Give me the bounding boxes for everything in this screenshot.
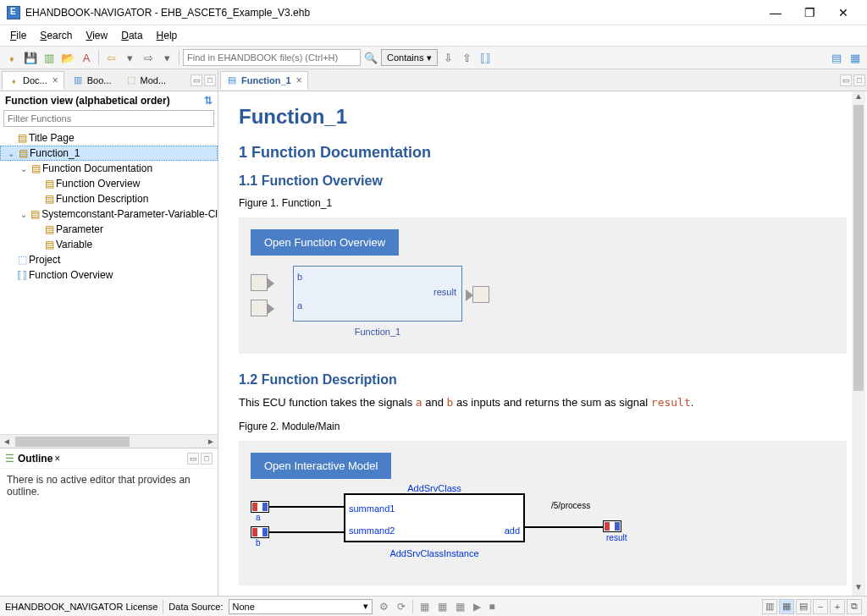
tab-mod[interactable]: ⬚ Mod...: [119, 71, 173, 90]
layout-icon[interactable]: ▦: [779, 599, 794, 614]
tree-item-title-page[interactable]: ▤Title Page: [0, 130, 218, 146]
open-interactive-model-button[interactable]: Open Interactive Model: [251, 453, 391, 479]
tree-item-sysconst[interactable]: ⌄▤Systemconstant-Parameter-Variable-Cl: [0, 206, 218, 222]
separator: [179, 50, 179, 65]
vertical-scrollbar[interactable]: ▲ ▼: [852, 91, 865, 596]
tree-item-func-desc[interactable]: ▤Function Description: [0, 191, 218, 206]
fwd-button[interactable]: ⇨: [140, 49, 157, 66]
tree-item-variable[interactable]: ▤Variable: [0, 237, 218, 252]
addsrvclass-block: AddSrvClass summand1 summand2 add: [344, 493, 525, 542]
editor-tab-function-1[interactable]: ▤ Function_1 ×: [220, 71, 308, 90]
sort-icon[interactable]: ⇅: [204, 95, 213, 107]
minimize-icon[interactable]: ▭: [840, 74, 852, 86]
scroll-thumb[interactable]: [15, 437, 130, 447]
pdf-icon[interactable]: A: [78, 49, 95, 66]
tile-icon[interactable]: ▤: [828, 49, 845, 66]
document-content[interactable]: Function_1 1 Function Documentation 1.1 …: [218, 91, 867, 596]
nav-up-icon[interactable]: ⇧: [458, 49, 475, 66]
tree-icon[interactable]: ⬧: [3, 49, 20, 66]
tab-books[interactable]: ▥ Boo...: [66, 71, 118, 90]
input-port-a: [251, 300, 268, 316]
menu-view[interactable]: View: [79, 28, 114, 43]
data-source-label: Data Source:: [168, 602, 223, 612]
menu-search[interactable]: Search: [33, 28, 79, 43]
layout-icon[interactable]: ▥: [762, 599, 777, 614]
minimize-icon[interactable]: ▭: [191, 74, 202, 86]
menubar: File Search View Data Help: [0, 25, 867, 46]
anchor-icon[interactable]: ⧉: [847, 599, 862, 614]
scroll-down-icon[interactable]: ▼: [854, 582, 863, 596]
play-icon[interactable]: ▶: [472, 601, 483, 613]
plus-icon[interactable]: +: [830, 599, 845, 614]
wire: [269, 531, 344, 533]
search-input[interactable]: [183, 49, 361, 66]
maximize-icon[interactable]: □: [204, 74, 216, 86]
maximize-icon[interactable]: □: [853, 74, 865, 86]
function-view: Function view (alphabetical order) ⇅ ▤Ti…: [0, 91, 218, 448]
db-icon[interactable]: ▦: [418, 601, 431, 613]
close-icon[interactable]: ×: [52, 74, 58, 86]
save-icon[interactable]: 💾: [22, 49, 39, 66]
tree-item-parameter[interactable]: ▤Parameter: [0, 222, 218, 237]
figure-1-box: Open Function Overview b a result Functi…: [239, 217, 847, 354]
panel-controls: ▭ □: [187, 453, 213, 465]
function-tree[interactable]: ▤Title Page ⌄▤Function_1 ⌄▤Function Docu…: [0, 130, 218, 434]
instance-label: AddSrvClassInstance: [344, 548, 525, 558]
minus-icon[interactable]: −: [813, 599, 828, 614]
db-icon[interactable]: ▦: [454, 601, 467, 613]
menu-file[interactable]: File: [3, 28, 33, 43]
close-icon[interactable]: ×: [296, 74, 302, 86]
scroll-right-icon[interactable]: ►: [204, 437, 218, 446]
output-port-result: [472, 286, 489, 303]
perspective-icon[interactable]: ▦: [847, 49, 864, 66]
tree-icon: ⬧: [8, 74, 19, 86]
scroll-up-icon[interactable]: ▲: [854, 91, 863, 105]
back-dd[interactable]: ▾: [121, 49, 138, 66]
editor-tabs: ▤ Function_1 × ▭ □: [218, 69, 867, 91]
minimize-button[interactable]: —: [759, 1, 792, 25]
fwd-dd[interactable]: ▾: [158, 49, 175, 66]
highlight-icon[interactable]: ⟦⟧: [477, 49, 494, 66]
tab-docs[interactable]: ⬧ Doc... ×: [2, 71, 64, 90]
contains-dropdown[interactable]: Contains▾: [381, 49, 438, 66]
separator: [98, 50, 99, 65]
menu-help[interactable]: Help: [150, 28, 185, 43]
open-function-overview-button[interactable]: Open Function Overview: [251, 229, 399, 256]
wire: [525, 526, 603, 528]
scroll-left-icon[interactable]: ◄: [0, 437, 14, 446]
doc-icon: ▤: [226, 74, 238, 86]
editor-area: ▤ Function_1 × ▭ □ Function_1 1 Function…: [218, 69, 867, 596]
panel-controls: ▭ □: [840, 74, 865, 86]
figure-1-caption: Figure 1. Function_1: [239, 197, 847, 209]
scroll-thumb[interactable]: [853, 105, 864, 391]
close-button[interactable]: ✕: [826, 1, 860, 25]
nav-down-icon[interactable]: ⇩: [439, 49, 456, 66]
tree-item-func-overview[interactable]: ▤Function Overview: [0, 176, 218, 191]
tab-label: Mod...: [141, 75, 167, 85]
refresh-icon[interactable]: ⟳: [395, 601, 407, 613]
data-source-dropdown[interactable]: None▾: [229, 599, 373, 614]
back-button[interactable]: ⇦: [102, 49, 119, 66]
input-port-a: [251, 501, 269, 513]
book-icon[interactable]: ▥: [41, 49, 58, 66]
search-icon[interactable]: 🔍: [362, 49, 379, 66]
section-1-heading: 1 Function Documentation: [239, 144, 847, 162]
db-icon[interactable]: ▦: [436, 601, 449, 613]
layout-icon[interactable]: ▤: [796, 599, 811, 614]
horizontal-scrollbar[interactable]: ◄ ►: [0, 434, 218, 448]
filter-input[interactable]: [3, 110, 214, 127]
tree-item-function-1[interactable]: ⌄▤Function_1: [0, 146, 218, 161]
tree-item-project[interactable]: ⬚Project: [0, 252, 218, 267]
tree-item-func-overview2[interactable]: ⟦⟧Function Overview: [0, 267, 218, 283]
close-icon[interactable]: ×: [54, 453, 60, 465]
figure-2-box: Open Interactive Model a b AddSrvClass s…: [239, 441, 847, 586]
menu-data[interactable]: Data: [114, 28, 149, 43]
open-icon[interactable]: 📂: [59, 49, 76, 66]
maximize-icon[interactable]: □: [201, 453, 213, 465]
stop-icon[interactable]: ■: [488, 601, 497, 613]
input-port-b: [251, 274, 268, 291]
maximize-button[interactable]: ❐: [792, 1, 826, 25]
tree-item-func-doc[interactable]: ⌄▤Function Documentation: [0, 161, 218, 176]
minimize-icon[interactable]: ▭: [187, 453, 199, 465]
gear-icon[interactable]: ⚙: [378, 601, 390, 613]
